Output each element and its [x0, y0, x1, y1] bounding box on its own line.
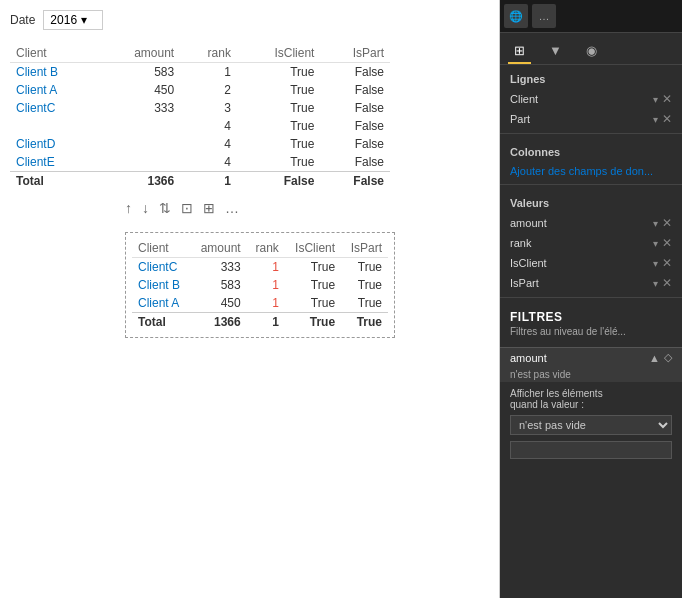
- cell-total-amount: 1366: [190, 313, 246, 332]
- chevron-icon[interactable]: ▾: [653, 278, 658, 289]
- right-top-icons: 🌐 …: [500, 0, 682, 33]
- field-row-isclient: IsClient ▾ ✕: [500, 253, 682, 273]
- sort-both-icon[interactable]: ⇅: [159, 200, 171, 216]
- cell-ispart: False: [320, 81, 390, 99]
- second-table: Client amount rank IsClient IsPart Clien…: [132, 239, 388, 331]
- cell-ispart: False: [320, 117, 390, 135]
- filtres-title: FILTRES: [510, 310, 672, 324]
- cell-amount: 333: [97, 99, 181, 117]
- globe-icon[interactable]: 🌐: [504, 4, 528, 28]
- tab-chart[interactable]: ◉: [580, 39, 603, 64]
- table-row: ClientD 4 True False: [10, 135, 390, 153]
- cell-isclient: True: [285, 276, 341, 294]
- cell-ispart: False: [320, 63, 390, 82]
- main-table-header-row: Client amount rank IsClient IsPart: [10, 44, 390, 63]
- chevron-icon[interactable]: ▾: [653, 238, 658, 249]
- expand-icon[interactable]: ⊡: [181, 200, 193, 216]
- field-row-amount: amount ▾ ✕: [500, 213, 682, 233]
- sort-asc-icon[interactable]: ↑: [125, 200, 132, 216]
- panel-tabs: ⊞ ▼ ◉: [500, 33, 682, 65]
- col2-header-isclient: IsClient: [285, 239, 341, 258]
- remove-isclient-button[interactable]: ✕: [662, 256, 672, 270]
- cell-ispart: False: [320, 99, 390, 117]
- cell-isclient: True: [237, 117, 320, 135]
- cell-isclient: True: [285, 258, 341, 277]
- erase-filter-button[interactable]: ◇: [664, 351, 672, 364]
- remove-rank-button[interactable]: ✕: [662, 236, 672, 250]
- filter-field-name: amount: [510, 352, 649, 364]
- cell-client: [10, 117, 97, 135]
- tab-filter[interactable]: ▼: [543, 39, 568, 64]
- main-table: Client amount rank IsClient IsPart Clien…: [10, 44, 390, 190]
- cell-rank: 1: [247, 258, 285, 277]
- field-client-name: Client: [510, 93, 649, 105]
- cell-total-rank: 1: [247, 313, 285, 332]
- table-row: Client A 450 1 True True: [132, 294, 388, 313]
- col-header-ispart: IsPart: [320, 44, 390, 63]
- cell-amount: 583: [97, 63, 181, 82]
- field-row-ispart: IsPart ▾ ✕: [500, 273, 682, 293]
- cell-rank: 4: [180, 117, 237, 135]
- chevron-icon[interactable]: ▾: [653, 114, 658, 125]
- table-row: ClientE 4 True False: [10, 153, 390, 172]
- field-row-client: Client ▾ ✕: [500, 89, 682, 109]
- cell-total-label: Total: [10, 172, 97, 191]
- table-total-row: Total 1366 1 False False: [10, 172, 390, 191]
- cell-client: ClientD: [10, 135, 97, 153]
- lignes-section-label: Lignes: [500, 65, 682, 89]
- chevron-icon[interactable]: ▾: [653, 258, 658, 269]
- remove-client-button[interactable]: ✕: [662, 92, 672, 106]
- more-icon[interactable]: …: [225, 200, 239, 216]
- chevron-icon[interactable]: ▾: [653, 218, 658, 229]
- date-dropdown[interactable]: 2016 ▾: [43, 10, 103, 30]
- add-colonnes-button[interactable]: Ajouter des champs de don...: [500, 162, 682, 180]
- cell-client: Client A: [10, 81, 97, 99]
- cell-rank: 2: [180, 81, 237, 99]
- cell-ispart: False: [320, 153, 390, 172]
- table-row: Client B 583 1 True False: [10, 63, 390, 82]
- filter-input-row: [500, 438, 682, 462]
- expand-filter-button[interactable]: ▲: [649, 352, 660, 364]
- filter-input[interactable]: [510, 441, 672, 459]
- date-section: Date 2016 ▾: [10, 10, 489, 30]
- divider: [500, 297, 682, 298]
- more-options-icon[interactable]: …: [532, 4, 556, 28]
- cell-amount: 450: [97, 81, 181, 99]
- cell-total-isclient: False: [237, 172, 320, 191]
- cell-total-label: Total: [132, 313, 190, 332]
- table-row: Client A 450 2 True False: [10, 81, 390, 99]
- grid-icon[interactable]: ⊞: [203, 200, 215, 216]
- cell-total-ispart: True: [341, 313, 388, 332]
- remove-ispart-button[interactable]: ✕: [662, 276, 672, 290]
- cell-ispart: False: [320, 135, 390, 153]
- filter-dropdown[interactable]: n'est pas vide est vide est n'est pas: [510, 415, 672, 435]
- sort-desc-icon[interactable]: ↓: [142, 200, 149, 216]
- col2-header-rank: rank: [247, 239, 285, 258]
- cell-isclient: True: [237, 135, 320, 153]
- cell-isclient: True: [237, 63, 320, 82]
- col-header-client: Client: [10, 44, 97, 63]
- cell-client: ClientE: [10, 153, 97, 172]
- col2-header-client: Client: [132, 239, 190, 258]
- cell-rank: 1: [247, 276, 285, 294]
- cell-amount: 333: [190, 258, 246, 277]
- table-row: Client B 583 1 True True: [132, 276, 388, 294]
- remove-amount-button[interactable]: ✕: [662, 216, 672, 230]
- second-table-header-row: Client amount rank IsClient IsPart: [132, 239, 388, 258]
- cell-total-rank: 1: [180, 172, 237, 191]
- colonnes-section-label: Colonnes: [500, 138, 682, 162]
- cell-client: ClientC: [10, 99, 97, 117]
- cell-amount: 583: [190, 276, 246, 294]
- field-row-rank: rank ▾ ✕: [500, 233, 682, 253]
- cell-client: Client A: [132, 294, 190, 313]
- cell-rank: 4: [180, 135, 237, 153]
- cell-rank: 1: [247, 294, 285, 313]
- chevron-icon[interactable]: ▾: [653, 94, 658, 105]
- col-header-rank: rank: [180, 44, 237, 63]
- field-rank-name: rank: [510, 237, 649, 249]
- col2-header-ispart: IsPart: [341, 239, 388, 258]
- cell-amount: [97, 135, 181, 153]
- remove-part-button[interactable]: ✕: [662, 112, 672, 126]
- tab-grid[interactable]: ⊞: [508, 39, 531, 64]
- field-part-name: Part: [510, 113, 649, 125]
